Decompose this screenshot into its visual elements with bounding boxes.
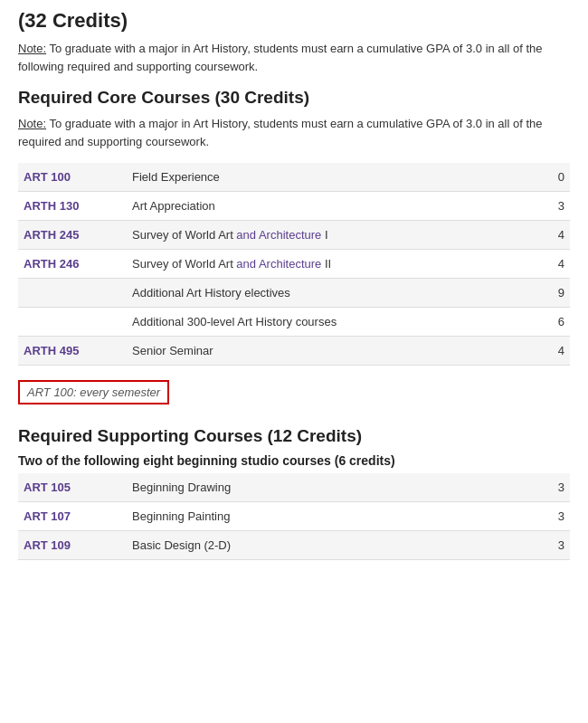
course-name: Beginning Drawing (127, 473, 543, 502)
art100-footnote-box: ART 100: every semester (18, 380, 169, 404)
course-code: ARTH 130 (18, 192, 127, 221)
required-core-table: ART 100Field Experience0ARTH 130Art Appr… (18, 163, 570, 366)
page-title: (32 Credits) (18, 9, 570, 33)
required-core-title: Required Core Courses (30 Credits) (18, 88, 570, 108)
course-credits: 3 (543, 473, 570, 502)
course-name: Art Appreciation (127, 192, 543, 221)
course-credits: 4 (543, 221, 570, 250)
course-credits: 9 (543, 279, 570, 308)
course-code: ART 105 (18, 473, 127, 502)
course-credits: 6 (543, 308, 570, 337)
course-credits: 4 (543, 337, 570, 366)
course-code: ARTH 495 (18, 337, 127, 366)
course-code: ART 109 (18, 531, 127, 560)
subsection-title: Two of the following eight beginning stu… (18, 453, 570, 468)
course-name: Basic Design (2-D) (127, 531, 543, 560)
course-name: Survey of World Art and Architecture I (127, 221, 543, 250)
course-credits: 4 (543, 250, 570, 279)
required-core-note: Note: To graduate with a major in Art Hi… (18, 115, 570, 150)
course-name: Beginning Painting (127, 502, 543, 531)
course-code (18, 279, 127, 308)
course-code: ARTH 245 (18, 221, 127, 250)
course-code: ARTH 246 (18, 250, 127, 279)
course-credits: 0 (543, 163, 570, 192)
intro-note: Note: To graduate with a major in Art Hi… (18, 40, 570, 75)
course-name: Additional Art History electives (127, 279, 543, 308)
course-name: Field Experience (127, 163, 543, 192)
course-code: ART 100 (18, 163, 127, 192)
course-credits: 3 (543, 531, 570, 560)
course-name: Additional 300-level Art History courses (127, 308, 543, 337)
required-supporting-table: ART 105Beginning Drawing3ART 107Beginnin… (18, 473, 570, 560)
course-credits: 3 (543, 192, 570, 221)
course-name: Survey of World Art and Architecture II (127, 250, 543, 279)
course-credits: 3 (543, 502, 570, 531)
course-code (18, 308, 127, 337)
required-supporting-title: Required Supporting Courses (12 Credits) (18, 426, 570, 446)
required-core-note-label: Note: (18, 117, 46, 130)
art100-footnote-text: : every semester (73, 385, 160, 399)
intro-note-label: Note: (18, 42, 46, 55)
course-name: Senior Seminar (127, 337, 543, 366)
art100-footnote-code: ART 100 (27, 385, 73, 399)
course-code: ART 107 (18, 502, 127, 531)
